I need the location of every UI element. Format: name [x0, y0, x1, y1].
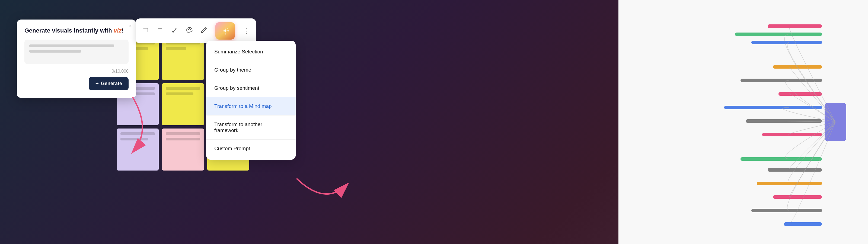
mindmap-bar	[724, 106, 822, 109]
svg-point-5	[188, 29, 188, 30]
mindmap-bar	[762, 133, 822, 136]
menu-item-label: Summarize Selection	[214, 49, 263, 55]
toolbar: ⋮	[135, 19, 256, 43]
svg-point-3	[173, 31, 174, 32]
content-line	[29, 44, 114, 47]
generate-button[interactable]: ✦ Generate	[89, 77, 129, 90]
menu-item-label: Group by theme	[214, 67, 251, 73]
mindmap-bar	[746, 119, 822, 123]
mindmap-panel	[618, 0, 868, 244]
menu-item-label: Group by sentiment	[214, 85, 259, 91]
mindmap-bar	[735, 33, 822, 36]
content-input-area[interactable]	[24, 39, 129, 64]
close-button[interactable]: ×	[129, 23, 132, 29]
svg-point-6	[189, 28, 190, 29]
mindmap-bar	[784, 222, 822, 226]
ai-context-menu: Summarize Selection Group by theme Group…	[206, 41, 296, 160]
menu-item-framework[interactable]: Transform to another framework	[206, 116, 296, 140]
sticky-note[interactable]	[117, 128, 159, 171]
title-prefix: Generate visuals instantly with	[24, 27, 114, 34]
mindmap-bar	[768, 168, 822, 172]
content-line	[29, 50, 81, 53]
menu-item-label: Custom Prompt	[214, 146, 250, 151]
mindmap-bar	[778, 92, 822, 96]
mindmap-bar	[757, 182, 822, 185]
mindmap-bar	[773, 195, 822, 199]
generate-label: Generate	[101, 81, 122, 87]
menu-item-label: Transform to another framework	[214, 121, 262, 133]
sticky-note[interactable]	[162, 128, 204, 171]
mindmap-bar	[741, 157, 822, 161]
menu-item-group-sentiment[interactable]: Group by sentiment	[206, 79, 296, 97]
mindmap-center-node	[825, 103, 846, 141]
menu-item-label: Transform to a Mind map	[214, 103, 272, 109]
connect-tool-icon[interactable]	[172, 27, 178, 35]
ai-tool-button[interactable]	[215, 22, 235, 39]
mindmap-bar	[768, 24, 822, 28]
sticky-note[interactable]	[162, 83, 204, 125]
svg-rect-0	[143, 28, 148, 32]
sticky-line	[166, 138, 200, 141]
mindmap-bar	[741, 79, 822, 82]
mindmap-bar	[751, 209, 822, 212]
title-suffix: !	[122, 27, 123, 34]
sparkle-icon: ✦	[95, 81, 99, 86]
sticky-note[interactable]	[162, 38, 204, 80]
text-tool-icon[interactable]	[157, 27, 163, 35]
menu-item-mindmap[interactable]: Transform to a Mind map	[206, 97, 296, 116]
sticky-line	[166, 87, 200, 90]
generate-title: Generate visuals instantly with viz!	[24, 27, 129, 34]
rectangle-tool-icon[interactable]	[142, 27, 149, 35]
mindmap-bar	[773, 65, 822, 69]
sticky-line	[166, 92, 193, 95]
pen-tool-icon[interactable]	[201, 27, 207, 35]
canvas-area: × Generate visuals instantly with viz! 0…	[0, 0, 868, 244]
sticky-line	[120, 132, 155, 135]
svg-point-7	[190, 29, 191, 30]
menu-item-summarize[interactable]: Summarize Selection	[206, 43, 296, 61]
palette-tool-icon[interactable]	[186, 27, 193, 35]
viz-brand: viz	[114, 27, 122, 34]
sticky-line	[120, 138, 148, 141]
sticky-line	[166, 47, 186, 50]
char-count: 0/10,000	[24, 69, 129, 74]
menu-item-group-theme[interactable]: Group by theme	[206, 61, 296, 79]
mindmap-bar	[751, 41, 822, 44]
sticky-line	[166, 132, 200, 135]
generate-panel: × Generate visuals instantly with viz! 0…	[17, 20, 136, 98]
menu-item-custom[interactable]: Custom Prompt	[206, 140, 296, 157]
more-options-button[interactable]: ⋮	[243, 27, 250, 35]
svg-point-4	[176, 28, 177, 29]
